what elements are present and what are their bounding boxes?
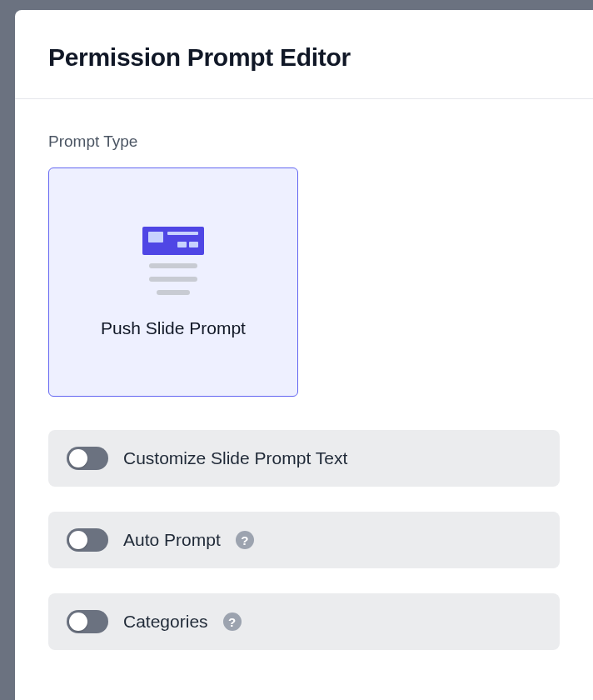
- help-icon[interactable]: ?: [236, 531, 254, 549]
- customize-slide-prompt-toggle[interactable]: [67, 447, 108, 470]
- categories-label: Categories: [123, 612, 208, 632]
- modal-title: Permission Prompt Editor: [48, 43, 560, 72]
- customize-slide-prompt-text-row: Customize Slide Prompt Text: [48, 430, 560, 487]
- auto-prompt-row: Auto Prompt ?: [48, 512, 560, 568]
- categories-toggle[interactable]: [67, 610, 108, 633]
- prompt-type-label: Prompt Type: [48, 132, 560, 151]
- modal-header: Permission Prompt Editor: [15, 10, 593, 99]
- auto-prompt-toggle[interactable]: [67, 528, 108, 552]
- modal-body: Prompt Type Push Slide Prom: [15, 99, 593, 700]
- prompt-card-label: Push Slide Prompt: [101, 318, 246, 338]
- permission-prompt-editor-modal: Permission Prompt Editor Prompt Type: [15, 10, 593, 700]
- help-icon[interactable]: ?: [223, 612, 242, 631]
- slide-prompt-visual: [142, 227, 204, 255]
- customize-slide-prompt-label: Customize Slide Prompt Text: [123, 448, 347, 468]
- push-slide-prompt-card[interactable]: Push Slide Prompt: [48, 168, 298, 397]
- auto-prompt-label: Auto Prompt: [123, 530, 221, 550]
- categories-row: Categories ?: [48, 593, 560, 650]
- slide-prompt-icon: [142, 227, 204, 295]
